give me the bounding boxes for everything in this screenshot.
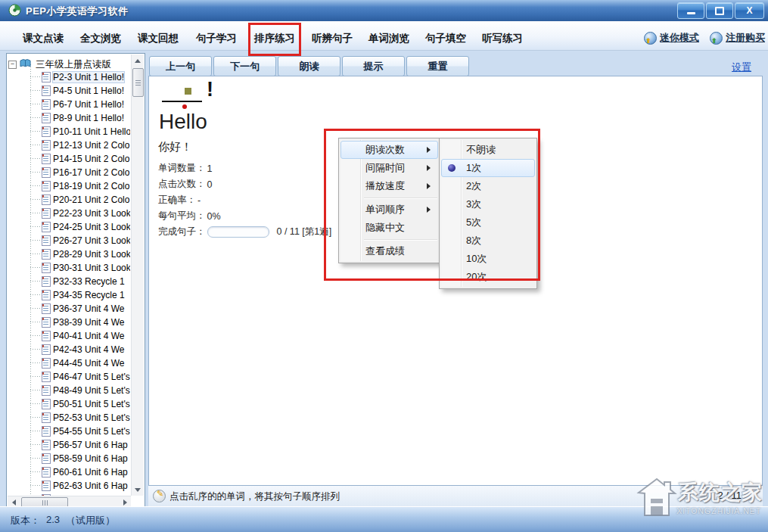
- word-placeholder-square-icon[interactable]: [185, 88, 191, 95]
- scroll-up-button[interactable]: [132, 54, 144, 67]
- tree-item[interactable]: P2-3 Unit 1 Hello!: [7, 70, 130, 83]
- tree-item[interactable]: P12-13 Unit 2 Colo: [7, 138, 130, 151]
- toolbar-button-4[interactable]: 提示: [342, 56, 405, 76]
- tree-item[interactable]: P44-45 Unit 4 We: [7, 356, 130, 369]
- menu-item-1[interactable]: 课文点读: [23, 32, 64, 45]
- tree-item[interactable]: P20-21 Unit 2 Colo: [7, 193, 130, 206]
- context-submenu-item[interactable]: 8次: [441, 232, 535, 250]
- tree-item[interactable]: P54-55 Unit 5 Let's: [7, 425, 130, 437]
- menu-item-3[interactable]: 课文回想: [138, 32, 179, 45]
- document-icon: [42, 426, 51, 437]
- tree-item-label: P4-5 Unit 1 Hello!: [53, 86, 124, 96]
- document-icon: [42, 181, 51, 191]
- tree-vertical-scrollbar[interactable]: [131, 54, 144, 496]
- tree-item[interactable]: P10-11 Unit 1 Hello: [7, 125, 130, 138]
- tree-item[interactable]: P38-39 Unit 4 We: [7, 316, 130, 328]
- word-tile[interactable]: Hello: [159, 110, 207, 134]
- context-menu-item[interactable]: 查看成绩: [340, 242, 438, 260]
- tree-item[interactable]: P52-53 Unit 5 Let's: [7, 411, 130, 424]
- context-submenu-item[interactable]: 2次: [441, 177, 535, 195]
- tree-item[interactable]: P32-33 Recycle 1: [7, 275, 130, 288]
- menu-item-7[interactable]: 单词浏览: [368, 32, 409, 45]
- context-menu-item[interactable]: 朗读次数: [340, 141, 438, 159]
- context-submenu-item[interactable]: 10次: [441, 250, 535, 268]
- tree-item[interactable]: P62-63 Unit 6 Hap: [7, 479, 130, 492]
- stat-value: 0: [207, 179, 213, 190]
- menu-right-label: 迷你模式: [660, 31, 699, 45]
- thumb-grip-icon: [135, 80, 141, 86]
- tree-item-label: P12-13 Unit 2 Colo: [53, 140, 129, 151]
- tree-item[interactable]: P18-19 Unit 2 Colo: [7, 179, 130, 192]
- tree-stub-line: [30, 76, 40, 77]
- tree-item[interactable]: P24-25 Unit 3 Look: [7, 220, 130, 233]
- tree-item[interactable]: P14-15 Unit 2 Colo: [7, 152, 130, 165]
- document-icon: [42, 399, 51, 409]
- context-submenu-item[interactable]: 20次: [441, 268, 535, 286]
- menu-right-item-2[interactable]: ⬆注册购买: [710, 31, 765, 45]
- app-window: PEP小学英语学习软件 X 课文点读全文浏览课文回想句子学习排序练习听辨句子单词…: [0, 0, 768, 532]
- vertical-scroll-thumb[interactable]: [132, 68, 144, 97]
- context-submenu-item[interactable]: 3次: [441, 195, 535, 213]
- stat-row: 每句平均：0%: [158, 208, 331, 224]
- menu-item-9[interactable]: 听写练习: [482, 32, 523, 45]
- sentence-punctuation: !: [207, 78, 213, 101]
- menu-right-item-1[interactable]: ⬆迷你模式: [644, 31, 699, 45]
- menu-item-label: 1次: [466, 161, 481, 175]
- document-icon: [42, 344, 51, 355]
- document-icon: [42, 99, 51, 110]
- minimize-button[interactable]: [677, 2, 704, 19]
- tree-item[interactable]: P46-47 Unit 5 Let's: [7, 370, 130, 383]
- tree-item[interactable]: P34-35 Recycle 1: [7, 288, 130, 301]
- menu-right-label: 注册购买: [726, 31, 765, 45]
- close-button[interactable]: X: [735, 2, 764, 19]
- hint-text: 点击乱序的的单词，将其按句子顺序排列: [169, 490, 340, 503]
- tree-item[interactable]: P42-43 Unit 4 We: [7, 343, 130, 356]
- tree-item[interactable]: P56-57 Unit 6 Hap: [7, 438, 130, 451]
- menu-item-2[interactable]: 全文浏览: [80, 32, 121, 45]
- stat-label: 单词数量：: [158, 162, 206, 175]
- tree-item[interactable]: P6-7 Unit 1 Hello!: [7, 98, 130, 110]
- tree-item[interactable]: P30-31 Unit 3 Look: [7, 261, 130, 274]
- menu-item-label: 不朗读: [466, 143, 496, 157]
- context-submenu-item[interactable]: 5次: [441, 213, 535, 232]
- tree-item[interactable]: P22-23 Unit 3 Look: [7, 207, 130, 219]
- tree-item[interactable]: P50-51 Unit 5 Let's: [7, 397, 130, 410]
- tree-item[interactable]: P28-29 Unit 3 Look: [7, 247, 130, 260]
- tree-item[interactable]: P8-9 Unit 1 Hello!: [7, 111, 130, 124]
- menu-item-label: 播放速度: [365, 179, 405, 193]
- document-icon: [42, 113, 51, 123]
- context-submenu-item[interactable]: 1次: [441, 159, 535, 177]
- menu-item-4[interactable]: 句子学习: [196, 32, 237, 45]
- context-menu-item[interactable]: 单词顺序: [340, 201, 438, 219]
- menu-item-8[interactable]: 句子填空: [425, 32, 466, 45]
- menu-item-5[interactable]: 排序练习: [254, 32, 295, 45]
- tree-item[interactable]: P60-61 Unit 6 Hap: [7, 465, 130, 478]
- tree-item[interactable]: P36-37 Unit 4 We: [7, 302, 130, 315]
- toolbar-button-3[interactable]: 朗读: [278, 56, 340, 76]
- thumb-grip-icon: [42, 500, 48, 506]
- context-menu-item[interactable]: 隐藏中文: [340, 219, 438, 237]
- tree-item[interactable]: P4-5 Unit 1 Hello!: [7, 84, 130, 97]
- tree-item-label: P26-27 Unit 3 Look: [53, 235, 130, 246]
- maximize-button[interactable]: [706, 2, 733, 19]
- tree-item[interactable]: P58-59 Unit 6 Hap: [7, 452, 130, 465]
- menu-item-6[interactable]: 听辨句子: [312, 32, 353, 45]
- toolbar-button-1[interactable]: 上一句: [149, 56, 212, 76]
- settings-link[interactable]: 设置: [732, 61, 751, 74]
- document-icon: [42, 331, 51, 341]
- triangle-left-icon: [12, 499, 16, 506]
- title-bar: PEP小学英语学习软件 X: [0, 0, 768, 22]
- context-menu-item[interactable]: 间隔时间: [340, 159, 438, 177]
- menu-item-label: 3次: [466, 198, 481, 211]
- tree-item[interactable]: P48-49 Unit 5 Let's: [7, 384, 130, 397]
- context-menu-item[interactable]: 播放速度: [340, 177, 438, 195]
- tree-item[interactable]: P26-27 Unit 3 Look: [7, 234, 130, 247]
- tree-item[interactable]: P16-17 Unit 2 Colo: [7, 166, 130, 179]
- scroll-down-button[interactable]: [132, 484, 144, 496]
- tree-stub-line: [30, 458, 40, 459]
- toolbar-button-2[interactable]: 下一句: [213, 56, 276, 76]
- toolbar-button-5[interactable]: 重置: [406, 56, 469, 76]
- globe-green-up-arrow-icon: ⬆: [710, 32, 723, 45]
- context-submenu-item[interactable]: 不朗读: [441, 141, 535, 159]
- tree-item[interactable]: P40-41 Unit 4 We: [7, 329, 130, 342]
